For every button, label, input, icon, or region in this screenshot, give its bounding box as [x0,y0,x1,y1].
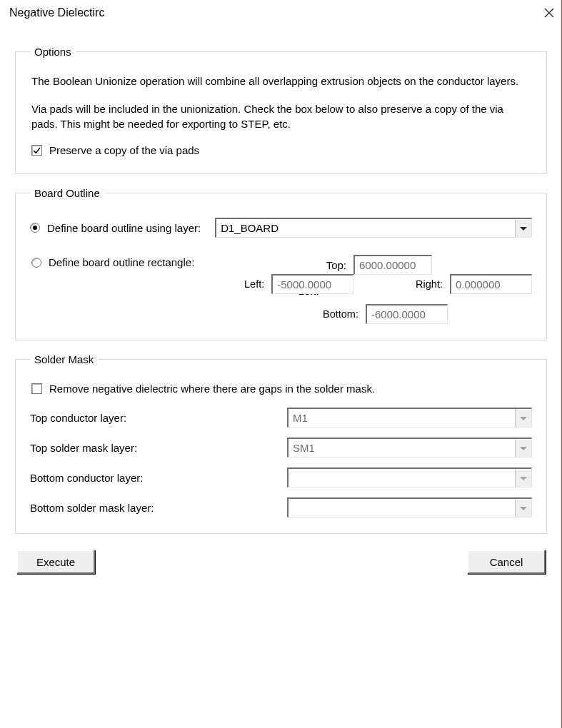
board-outline-layer-row: Define board outline using layer: D1_BOA… [30,218,532,238]
options-legend: Options [30,46,76,58]
remove-neg-dielectric-row: Remove negative dielectric where there a… [31,383,532,395]
chevron-down-icon [515,499,531,517]
rect-left-label2: Left: [244,278,264,290]
execute-button[interactable]: Execute [16,550,95,574]
radio-use-layer-label[interactable]: Define board outline using layer: [47,222,201,234]
rect-bottom-label: Bottom: [323,308,358,320]
preserve-via-pads-label[interactable]: Preserve a copy of the via pads [49,144,199,156]
solder-mask-group: Solder Mask Remove negative dielectric w… [15,353,547,534]
remove-neg-dielectric-label[interactable]: Remove negative dielectric where there a… [49,383,375,395]
radio-use-rect-label[interactable]: Define board outline rectangle: [49,256,194,268]
dialog-buttons: Execute Cancel [15,550,547,574]
radio-use-rect[interactable] [31,258,41,268]
cancel-button[interactable]: Cancel [467,550,546,574]
options-group: Options The Boolean Unionize operation w… [15,46,547,174]
chevron-down-icon [515,469,531,487]
radio-use-layer[interactable] [30,223,40,233]
rect-left-input[interactable] [271,274,353,294]
close-button[interactable] [544,8,554,18]
bottom-solder-label: Bottom solder mask layer: [30,502,287,514]
bottom-conductor-label: Bottom conductor layer: [30,472,287,484]
bottom-conductor-value [288,469,515,487]
chevron-down-icon [515,439,531,457]
chevron-down-icon [515,409,531,427]
top-conductor-value: M1 [288,409,515,427]
rect-top-label: Top: [326,259,346,271]
top-conductor-row: Top conductor layer: M1 [30,408,532,428]
top-conductor-label: Top conductor layer: [30,412,287,424]
bottom-conductor-combobox[interactable] [287,467,532,487]
layer-combobox-value: D1_BOARD [216,219,515,237]
bottom-solder-combobox[interactable] [287,497,532,517]
dialog-window: Negative Dielectirc Options The Boolean … [0,0,562,728]
bottom-solder-row: Bottom solder mask layer: [30,497,532,517]
titlebar: Negative Dielectirc [1,0,561,26]
top-solder-value: SM1 [288,439,515,457]
top-solder-combobox[interactable]: SM1 [287,438,532,457]
rect-right-label: Right: [416,278,443,290]
layer-combobox[interactable]: D1_BOARD [215,218,532,238]
bottom-conductor-row: Bottom conductor layer: [30,467,532,487]
solder-mask-legend: Solder Mask [30,353,98,365]
bottom-solder-value [288,499,515,517]
preserve-via-pads-row: Preserve a copy of the via pads [31,144,532,156]
rect-right-input[interactable] [450,274,532,294]
chevron-down-icon[interactable] [515,219,531,237]
remove-neg-dielectric-checkbox[interactable] [31,383,42,394]
top-solder-label: Top solder mask layer: [30,442,287,454]
top-solder-row: Top solder mask layer: SM1 [30,438,532,457]
board-outline-legend: Board Outline [30,187,104,199]
options-para1: The Boolean Unionize operation will comb… [31,74,531,89]
window-title: Negative Dielectirc [9,6,544,19]
top-conductor-combobox[interactable]: M1 [287,408,532,428]
options-text: The Boolean Unionize operation will comb… [31,74,531,131]
options-para2: Via pads will be included in the unioniz… [31,101,531,131]
board-outline-group: Board Outline Define board outline using… [15,187,547,340]
rect-bottom-input[interactable] [366,304,448,324]
rect-top-input[interactable] [353,255,432,275]
close-icon [544,8,554,18]
preserve-via-pads-checkbox[interactable] [31,145,42,156]
client-area: Options The Boolean Unionize operation w… [1,26,561,588]
